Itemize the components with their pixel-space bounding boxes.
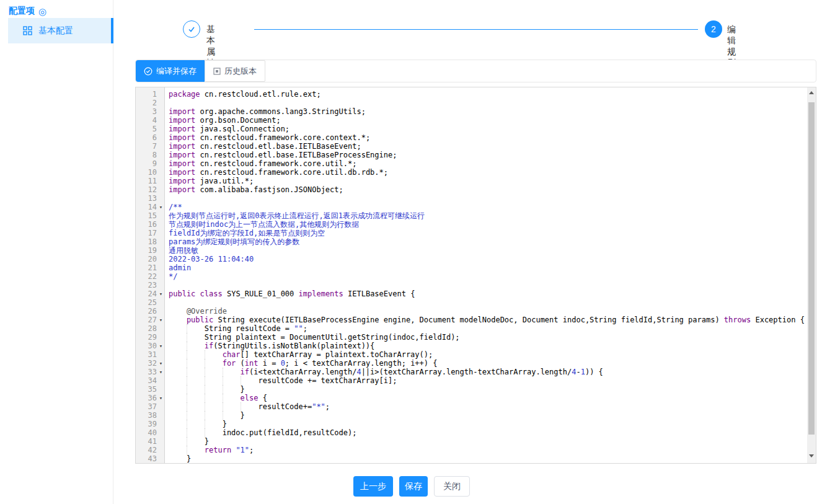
code-line[interactable]: 13 bbox=[136, 194, 807, 203]
line-number: 19 bbox=[136, 246, 157, 255]
code-line[interactable]: 5import java.sql.Connection; bbox=[136, 125, 807, 133]
code-line[interactable]: 41 } bbox=[136, 437, 807, 446]
code-line[interactable]: 43 } bbox=[136, 454, 807, 463]
fold-marker-icon[interactable]: ▾ bbox=[157, 316, 165, 324]
code-line[interactable]: 8import cn.restcloud.etl.base.IETLBasePr… bbox=[136, 151, 807, 159]
code-line[interactable]: 24▾public class SYS_RULE_01_000 implemen… bbox=[136, 290, 807, 298]
line-number: 39 bbox=[136, 420, 157, 428]
line-number: 28 bbox=[136, 324, 157, 333]
code-line[interactable]: 15作为规则节点运行时,返回0表示终止流程运行,返回1表示成功流程可继续运行 bbox=[136, 211, 807, 220]
editor-scrollbar[interactable] bbox=[807, 87, 816, 463]
check-icon bbox=[187, 25, 196, 33]
code-line[interactable]: 11import java.util.*; bbox=[136, 177, 807, 185]
line-number: 42 bbox=[136, 446, 157, 454]
line-number: 23 bbox=[136, 281, 157, 290]
code-line[interactable]: 3import org.apache.commons.lang3.StringU… bbox=[136, 107, 807, 116]
sidebar-title-text: 配置项 bbox=[9, 6, 35, 17]
line-number: 30 bbox=[136, 342, 157, 350]
code-line[interactable]: 23 bbox=[136, 281, 807, 290]
code-line[interactable]: 28 String resultCode = ""; bbox=[136, 324, 807, 333]
line-number: 41 bbox=[136, 437, 157, 446]
grid-icon bbox=[23, 26, 32, 35]
code-line[interactable]: 202022-03-26 11:04:40 bbox=[136, 255, 807, 263]
scroll-down-icon[interactable] bbox=[809, 454, 814, 458]
line-number: 31 bbox=[136, 350, 157, 359]
line-number: 17 bbox=[136, 229, 157, 237]
code-line[interactable]: 34 resultCode += textCharArray[i]; bbox=[136, 376, 807, 385]
fold-marker-icon[interactable]: ▾ bbox=[157, 203, 165, 211]
step-2-number: 2 bbox=[711, 24, 716, 34]
step-1-circle bbox=[183, 20, 200, 38]
code-line[interactable]: 33▾ if(i<textCharArray.length/4||i>(text… bbox=[136, 368, 807, 376]
line-number: 7 bbox=[136, 142, 157, 151]
previous-step-button[interactable]: 上一步 bbox=[353, 476, 393, 497]
code-line[interactable]: 17fieldId为绑定的字段Id,如果是节点则则为空 bbox=[136, 229, 807, 237]
versions-icon bbox=[213, 68, 221, 75]
code-editor[interactable]: 1package cn.restcloud.etl.rule.ext;23imp… bbox=[135, 87, 816, 464]
code-line[interactable]: 37 resultCode+="*"; bbox=[136, 402, 807, 411]
code-line[interactable]: 22*/ bbox=[136, 272, 807, 281]
history-versions-button[interactable]: 历史版本 bbox=[205, 60, 265, 82]
code-line[interactable]: 10import cn.restcloud.framework.core.uti… bbox=[136, 168, 807, 177]
line-number: 40 bbox=[136, 428, 157, 437]
code-line[interactable]: 7import cn.restcloud.etl.base.IETLBaseEv… bbox=[136, 142, 807, 151]
line-number: 29 bbox=[136, 333, 157, 342]
line-number: 8 bbox=[136, 151, 157, 159]
code-line[interactable]: 42 return "1"; bbox=[136, 446, 807, 454]
scrollbar-thumb[interactable] bbox=[808, 102, 815, 435]
step-connector-line bbox=[254, 29, 698, 30]
fold-marker-icon[interactable]: ▾ bbox=[157, 368, 165, 376]
line-number: 4 bbox=[136, 116, 157, 125]
code-line[interactable]: 4import org.bson.Document; bbox=[136, 116, 807, 125]
line-number: 13 bbox=[136, 194, 157, 203]
close-button[interactable]: 关闭 bbox=[434, 476, 470, 497]
code-lines[interactable]: 1package cn.restcloud.etl.rule.ext;23imp… bbox=[136, 90, 807, 463]
line-number: 24 bbox=[136, 290, 157, 298]
sidebar-item-label: 基本配置 bbox=[38, 25, 73, 37]
line-number: 6 bbox=[136, 133, 157, 142]
compile-save-label: 编译并保存 bbox=[156, 66, 197, 77]
code-line[interactable]: 38 } bbox=[136, 411, 807, 420]
code-line[interactable]: 18params为绑定规则时填写的传入的参数 bbox=[136, 237, 807, 246]
code-line[interactable]: 40 indoc.put(fieldId,resultCode); bbox=[136, 428, 807, 437]
scroll-up-icon[interactable] bbox=[809, 91, 814, 94]
sidebar-item-basic-config[interactable]: 基本配置 bbox=[8, 18, 111, 43]
sidebar-title: 配置项 ◎ bbox=[9, 6, 46, 17]
code-line[interactable]: 14▾/** bbox=[136, 203, 807, 211]
code-line[interactable]: 32▾ for (int i = 0; i < textCharArray.le… bbox=[136, 359, 807, 368]
code-line[interactable]: 26 @Override bbox=[136, 307, 807, 316]
sidebar: 配置项 ◎ 基本配置 bbox=[0, 0, 113, 504]
code-line[interactable]: 31 char[] textCharArray = plaintext.toCh… bbox=[136, 350, 807, 359]
line-number: 10 bbox=[136, 168, 157, 177]
fold-marker-icon[interactable]: ▾ bbox=[157, 342, 165, 350]
code-line[interactable]: 25 bbox=[136, 298, 807, 307]
code-line[interactable]: 19通用脱敏 bbox=[136, 246, 807, 255]
line-number: 37 bbox=[136, 402, 157, 411]
fold-marker-icon[interactable]: ▾ bbox=[157, 394, 165, 402]
code-line[interactable]: 39 } bbox=[136, 420, 807, 428]
save-button[interactable]: 保存 bbox=[399, 476, 428, 497]
step-2-circle: 2 bbox=[705, 20, 722, 38]
code-line[interactable]: 6import cn.restcloud.framework.core.cont… bbox=[136, 133, 807, 142]
code-line[interactable]: 12import com.alibaba.fastjson.JSONObject… bbox=[136, 185, 807, 194]
code-line[interactable]: 27▾ public String execute(IETLBaseProces… bbox=[136, 316, 807, 324]
check-circle-icon bbox=[144, 67, 152, 76]
compile-save-button[interactable]: 编译并保存 bbox=[136, 60, 205, 82]
history-versions-label: 历史版本 bbox=[224, 66, 257, 77]
line-number: 18 bbox=[136, 237, 157, 246]
code-line[interactable]: 30▾ if(StringUtils.isNotBlank(plaintext)… bbox=[136, 342, 807, 350]
line-number: 5 bbox=[136, 125, 157, 133]
line-number: 36 bbox=[136, 394, 157, 402]
code-line[interactable]: 9import cn.restcloud.framework.core.util… bbox=[136, 159, 807, 168]
code-line[interactable]: 29 String plaintext = DocumentUtil.getSt… bbox=[136, 333, 807, 342]
code-line[interactable]: 21admin bbox=[136, 263, 807, 272]
fold-marker-icon[interactable]: ▾ bbox=[157, 359, 165, 368]
code-line[interactable]: 16节点规则时indoc为上一节点流入数据,其他规则为行数据 bbox=[136, 220, 807, 229]
fold-marker-icon[interactable]: ▾ bbox=[157, 290, 165, 298]
code-line[interactable]: 36▾ else { bbox=[136, 394, 807, 402]
code-line[interactable]: 2 bbox=[136, 99, 807, 107]
code-line[interactable]: 35 } bbox=[136, 385, 807, 394]
line-number: 25 bbox=[136, 298, 157, 307]
code-line[interactable]: 1package cn.restcloud.etl.rule.ext; bbox=[136, 90, 807, 99]
line-number: 43 bbox=[136, 454, 157, 463]
